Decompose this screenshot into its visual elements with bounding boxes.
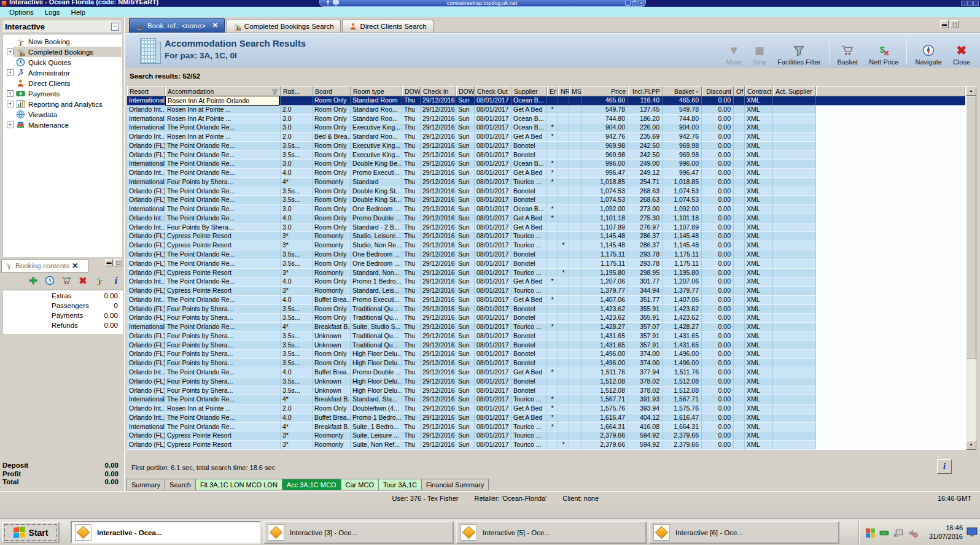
table-row[interactable]: Orlando Int...The Point Orlando Re...4.0… [127,169,965,178]
table-row[interactable]: Orlando (FL)Four Points by Shera...3.5s.… [127,387,965,396]
column-header-accommodation[interactable]: Accommodation [165,86,281,96]
column-header-basket[interactable]: Basket▼ [663,86,702,96]
column-header-check-out[interactable]: Check Out [475,86,511,96]
sidebar-item-viewdata[interactable]: Viewdata [2,109,122,120]
window-restore-button[interactable] [967,1,973,6]
table-row[interactable]: Orlando Int...The Point Orlando Re...4.0… [127,214,965,223]
table-row[interactable]: Orlando Int...The Point Orlando Re...4.0… [127,277,965,287]
booking-tool-add-icon[interactable]: ✚ [28,276,38,286]
column-header-rati-[interactable]: Rati... [281,86,313,96]
booking-tool-info-icon[interactable]: i [111,276,121,286]
maximize-button[interactable]: ▢ [951,20,959,28]
section-tab-search[interactable]: Search [165,479,196,490]
table-row[interactable]: Orlando (FL)Cypress Pointe Resort3*Roomo… [127,232,965,241]
column-header-resort[interactable]: Resort [127,86,165,96]
rdp-close-button[interactable]: ✕ [639,1,644,6]
tray-connection-icon[interactable] [893,528,904,538]
table-row[interactable]: Orlando (FL)The Point Orlando Re...3.5s.… [127,187,965,196]
table-row[interactable]: Orlando (FL)Four Points by Shera...3.5s.… [127,305,965,314]
table-row[interactable]: International...The Point Orlando Re...4… [127,423,965,432]
scrollbar-thumb[interactable] [966,96,976,358]
tray-monitor-icon[interactable] [966,527,978,538]
table-row[interactable]: Orlando (FL)Four Points by Shera...3.5s.… [127,359,965,368]
table-row[interactable]: Orlando Int...Rosen Inn at Pointe ...2.0… [127,404,965,414]
tab-completed-bookings-search[interactable]: Completed Bookings Search [226,20,341,33]
expand-icon[interactable]: + [7,90,14,97]
table-row[interactable]: International...Rosen Inn At Pointe Orla… [127,96,965,106]
booking-contents-row[interactable]: Passengers0 [2,302,123,312]
info-button[interactable]: i [937,459,952,474]
sidebar-item-completed-bookings[interactable]: +Completed Bookings [2,47,122,57]
section-tab-acc-3a-1c-mco[interactable]: Acc 3A,1C MCO [282,479,341,490]
toolbar-facilities-filter-button[interactable]: Facilities Filter [772,36,826,66]
section-tab-car-mco[interactable]: Car MCO [341,479,379,490]
menu-item-options[interactable]: Options [4,8,39,17]
table-row[interactable]: Orlando Int...The Point Orlando Re...4.0… [127,296,965,305]
column-header-discount[interactable]: Discount [702,86,734,96]
window-minimize-button[interactable] [961,1,966,6]
taskbar-task-2[interactable]: Interactive [3] - Oce... [263,521,454,544]
table-row[interactable]: Orlando (FL)Cypress Pointe Resort3*Roomo… [127,241,965,250]
table-row[interactable]: Orlando (FL)The Point Orlando Re...3.5s.… [127,196,965,205]
table-row[interactable]: International...The Point Orlando Re...4… [127,323,965,332]
minimize-button[interactable]: ▬ [940,20,949,28]
pin-icon[interactable] [325,0,331,6]
close-icon[interactable]: ✕ [72,261,78,270]
table-row[interactable]: International...The Point Orlando Re...4… [127,395,965,404]
section-tab-tour-3a-1c[interactable]: Tour 3A,1C [378,479,422,490]
rdp-restore-button[interactable]: ❐ [632,1,637,6]
column-header-contract[interactable]: Contract [745,86,773,96]
toolbar-close-button[interactable]: ✖Close [947,36,976,66]
column-header-ms[interactable]: MS [569,86,581,96]
sidebar-item-direct-clients[interactable]: Direct Clients [2,78,122,88]
column-header-supplier[interactable]: Supplier [511,86,547,96]
panel-maximize-button[interactable]: ▢ [114,259,122,266]
column-header-dow[interactable]: DOW [456,86,475,96]
menu-item-help[interactable]: Help [66,8,91,17]
column-header-board[interactable]: Board [313,86,351,96]
table-row[interactable]: Orlando (FL)The Point Orlando Re...3.5s.… [127,260,965,269]
sidebar-item-reporting-and-analytics[interactable]: +Reporting and Analytics [2,99,122,109]
taskbar-task-1[interactable]: Interactive - Ocea... [71,521,261,544]
tray-display-settings-icon[interactable] [865,528,876,538]
toolbar-basket-button[interactable]: Basket [832,36,864,66]
booking-contents-tab[interactable]: Booking contents ✕ [1,259,88,272]
scroll-down-button[interactable]: ▼ [966,440,976,450]
section-tab-flt-3a-1c-lon-mco-lon[interactable]: Flt 3A,1C LON MCO LON [195,479,282,490]
table-row[interactable]: Orlando Int...The Point Orlando Re...4.0… [127,368,965,377]
table-row[interactable]: International...The Point Orlando Re...3… [127,205,965,214]
section-tab-financial-summary[interactable]: Financial Summary [421,479,489,490]
tab-close-icon[interactable]: ✕ [212,21,218,29]
table-row[interactable]: International...Rosen Inn At Pointe ...3… [127,115,965,124]
taskbar-task-3[interactable]: Interactive [5] - Oce... [456,521,647,544]
vertical-scrollbar[interactable]: ▲ ▼ [965,86,976,450]
booking-tool-palm-tree-icon[interactable] [95,276,104,287]
column-header-act-supplier[interactable]: Act. Supplier [773,86,816,96]
column-header-check-in[interactable]: Check In [421,86,456,96]
toolbar-navigate-button[interactable]: Navigate [909,36,947,66]
tray-network-icon[interactable] [879,528,890,538]
tray-volume-muted-icon[interactable] [908,528,918,538]
booking-tool-delete-icon[interactable]: ✖ [78,276,88,286]
column-header-incl-fl-pp[interactable]: Incl.Fl.PP [628,86,663,96]
table-row[interactable]: Orlando Int...Four Points By Shera...3.0… [127,223,965,233]
column-header-room-type[interactable]: Room type [351,86,402,96]
table-row[interactable]: Orlando (FL)Four Points by Shera...3.5s.… [127,377,965,387]
sidebar-item-payments[interactable]: +$Payments [2,88,122,99]
table-row[interactable]: Orlando (FL)Cypress Pointe Resort3*Roomo… [127,441,965,450]
table-row[interactable]: International...The Point Orlando Re...3… [127,123,965,133]
start-button[interactable]: Start [2,522,60,543]
tab-direct-clients-search[interactable]: Direct Clients Search [342,20,434,33]
expand-icon[interactable]: + [7,101,14,107]
sidebar-item-quick-quotes[interactable]: Quick Quotes [2,57,122,68]
column-header-of[interactable]: Of [734,86,745,96]
expand-icon[interactable]: + [7,122,14,128]
sidebar-item-maintenance[interactable]: +Maintenance [2,120,122,130]
column-header-dow[interactable]: DOW [402,86,421,96]
table-row[interactable]: Orlando (FL)Cypress Pointe Resort3*Roomo… [127,431,965,441]
sidebar-collapse-button[interactable]: − [111,23,119,31]
rdp-minimize-button[interactable]: ▁ [625,1,631,6]
column-header-nr[interactable]: NR [558,86,569,96]
booking-contents-row[interactable]: Payments0.00 [2,312,123,322]
table-row[interactable]: Orlando (FL)The Point Orlando Re...3.5s.… [127,151,965,160]
